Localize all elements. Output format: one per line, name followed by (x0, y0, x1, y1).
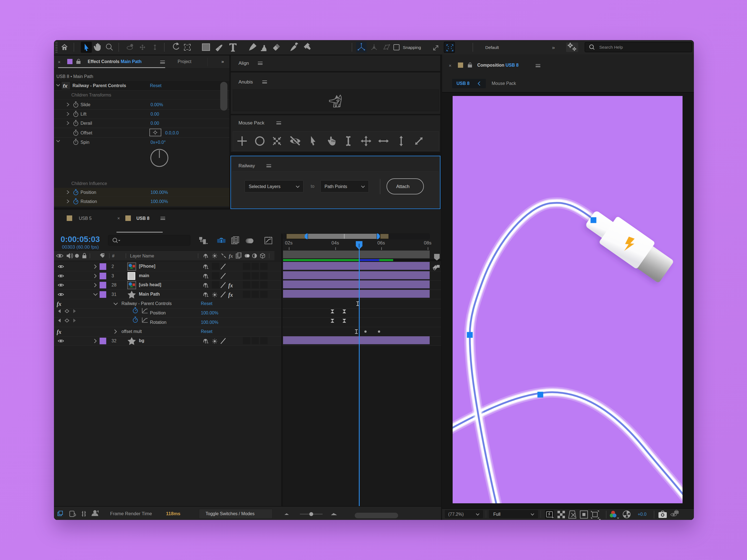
svg-text:fx: fx (229, 253, 233, 259)
svg-text:fx: fx (57, 329, 61, 335)
svg-text:fx: fx (228, 292, 233, 298)
svg-text:Layer Name: Layer Name (130, 254, 154, 258)
svg-text:fx: fx (228, 282, 233, 289)
svg-text:#: # (112, 254, 114, 258)
svg-text:fx: fx (57, 301, 61, 307)
